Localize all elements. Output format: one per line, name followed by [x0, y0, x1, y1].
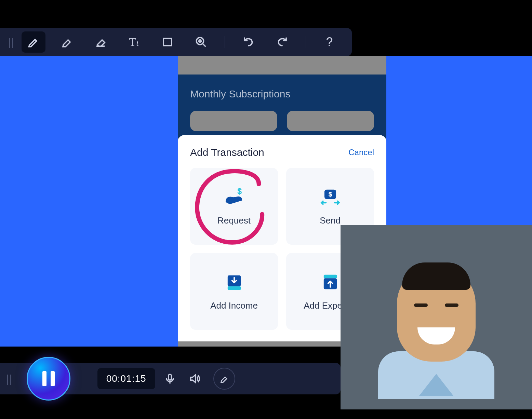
- svg-rect-6: [227, 286, 240, 290]
- subscription-card: [287, 111, 374, 131]
- svg-text:$: $: [328, 191, 332, 198]
- pause-icon: [42, 371, 55, 386]
- redo-button[interactable]: [270, 31, 294, 53]
- toolbar-divider: [225, 36, 225, 48]
- modal-title: Add Transaction: [190, 147, 264, 158]
- request-option[interactable]: $ Request: [190, 168, 278, 245]
- rectangle-icon: [161, 36, 174, 48]
- pen-tool-button[interactable]: [22, 31, 45, 53]
- option-label: Send: [320, 215, 341, 226]
- highlighter-icon: [61, 36, 73, 48]
- pause-recording-button[interactable]: [27, 357, 70, 401]
- add-income-icon: [222, 272, 246, 292]
- svg-rect-7: [323, 275, 336, 279]
- annotation-toggle-button[interactable]: [213, 368, 235, 390]
- request-money-icon: $: [222, 187, 246, 207]
- svg-rect-0: [163, 39, 172, 46]
- drag-handle-icon[interactable]: ||: [6, 373, 12, 385]
- svg-rect-9: [168, 374, 171, 380]
- help-button[interactable]: ?: [318, 31, 342, 53]
- drag-handle-icon[interactable]: ||: [8, 36, 14, 49]
- zoom-in-icon: [195, 36, 207, 48]
- option-label: Request: [217, 215, 251, 226]
- send-money-icon: $: [318, 187, 342, 207]
- text-icon: Tt: [129, 36, 139, 49]
- option-label: Add Income: [210, 300, 258, 311]
- recording-timer: 00:01:15: [97, 368, 155, 389]
- add-expense-icon: [318, 272, 342, 292]
- highlighter-tool-button[interactable]: [55, 31, 79, 53]
- audio-button[interactable]: [185, 369, 204, 389]
- rectangle-tool-button[interactable]: [156, 31, 179, 53]
- add-income-option[interactable]: Add Income: [190, 253, 278, 330]
- section-title: Monthly Subscriptions: [190, 88, 374, 100]
- speaker-icon: [189, 373, 200, 384]
- undo-icon: [242, 36, 255, 48]
- toolbar-divider: [306, 36, 306, 48]
- annotation-toolbar: || Tt ?: [0, 28, 352, 56]
- subscriptions-section: Monthly Subscriptions: [178, 75, 386, 138]
- eraser-tool-button[interactable]: [89, 31, 112, 53]
- pen-icon: [220, 374, 229, 383]
- pen-icon: [27, 36, 40, 48]
- eraser-icon: [94, 36, 107, 48]
- text-tool-button[interactable]: Tt: [122, 31, 146, 53]
- microphone-button[interactable]: [160, 369, 180, 389]
- microphone-icon: [164, 373, 176, 384]
- svg-text:$: $: [237, 187, 242, 196]
- cancel-button[interactable]: Cancel: [348, 148, 374, 157]
- redo-icon: [276, 36, 288, 48]
- presenter-avatar: [385, 256, 488, 379]
- zoom-tool-button[interactable]: [189, 31, 213, 53]
- subscription-card: [190, 111, 277, 131]
- undo-button[interactable]: [237, 31, 261, 53]
- help-icon: ?: [326, 35, 333, 49]
- webcam-feed[interactable]: [341, 225, 532, 409]
